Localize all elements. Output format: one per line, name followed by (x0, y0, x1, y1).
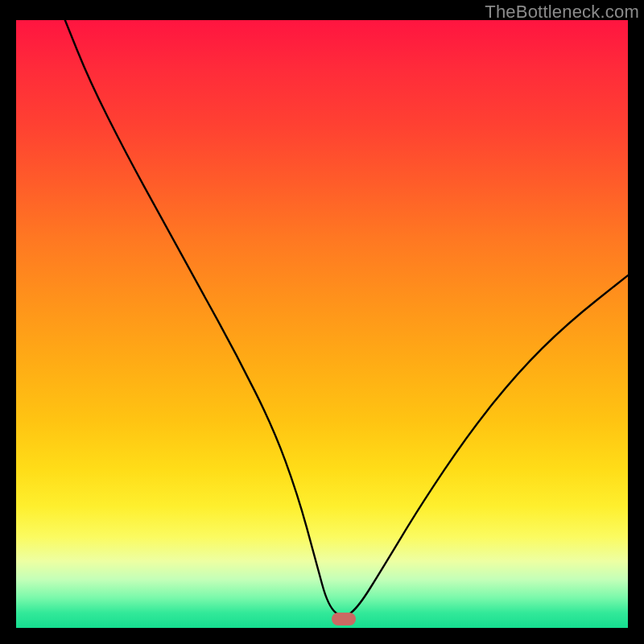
watermark-text: TheBottleneck.com (485, 2, 639, 23)
curve-path (65, 20, 628, 616)
minimum-marker (332, 613, 356, 625)
chart-plot-area (16, 20, 628, 628)
chart-frame: TheBottleneck.com (0, 0, 644, 644)
bottleneck-curve (16, 20, 628, 628)
